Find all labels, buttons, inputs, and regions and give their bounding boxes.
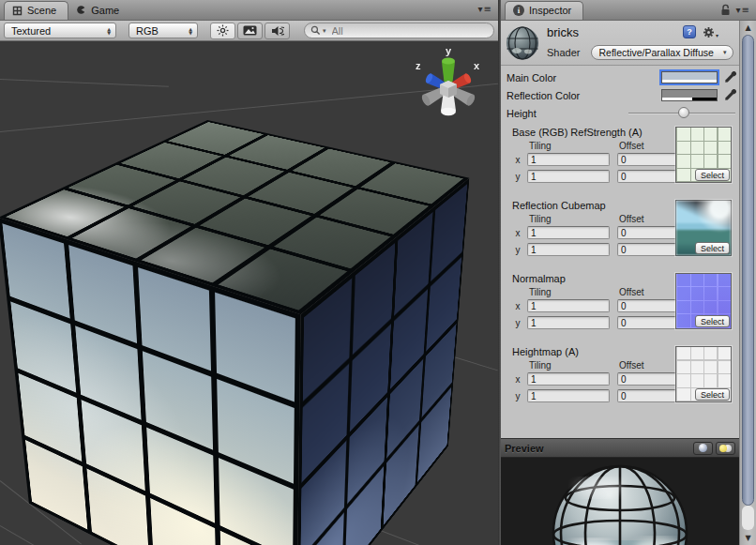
preview-bar[interactable]: Preview bbox=[501, 438, 739, 458]
gear-caret-icon: ▾ bbox=[716, 32, 718, 38]
normalmap-texture-thumbnail[interactable]: Select bbox=[675, 273, 732, 329]
tab-scene-label: Scene bbox=[27, 5, 56, 16]
tiling-header: Tiling bbox=[527, 141, 610, 151]
sphere-icon bbox=[699, 444, 707, 452]
lighting-toggle-button[interactable] bbox=[210, 23, 235, 39]
height-slider[interactable] bbox=[628, 106, 735, 120]
cubemap-texture-thumbnail[interactable]: Select bbox=[675, 200, 732, 256]
reflection-color-eyedropper-icon[interactable] bbox=[724, 89, 736, 101]
scene-toggle-group bbox=[210, 23, 290, 39]
scrollbar-up-button[interactable]: ▲ bbox=[740, 23, 756, 32]
inspector-body: bricks Shader Reflective/Parallax Diffus… bbox=[501, 21, 739, 545]
preview-label: Preview bbox=[505, 443, 544, 454]
scene-search-input[interactable] bbox=[330, 24, 486, 38]
help-button[interactable]: ? bbox=[683, 25, 696, 38]
light-dot-icon bbox=[719, 445, 727, 452]
tab-inspector[interactable]: i Inspector bbox=[505, 1, 583, 20]
effects-toggle-button[interactable] bbox=[237, 23, 263, 39]
normalmap-tiling-y-input[interactable] bbox=[527, 316, 610, 329]
heightmap-select-button[interactable]: Select bbox=[695, 388, 730, 401]
spinner-icon: ▲▼ bbox=[107, 27, 111, 35]
heightmap-tiling-y-input[interactable] bbox=[527, 389, 610, 402]
reflection-color-swatch[interactable] bbox=[661, 89, 718, 101]
gizmo-y-label: y bbox=[446, 45, 452, 56]
texture-section-heightmap: Heightmap (A) TilingOffset x y Select bbox=[507, 343, 736, 404]
inspector-pane-menu-icon[interactable]: ▾≡ bbox=[736, 5, 750, 15]
game-icon bbox=[76, 5, 86, 15]
inspector-pane: i Inspector ▾≡ bricks bbox=[501, 0, 756, 545]
heightmap-tiling-x-input[interactable] bbox=[527, 372, 610, 386]
scene-tabbar: Scene Game ▾≡ bbox=[0, 0, 498, 21]
material-properties: Main Color Reflection Color Height bbox=[501, 66, 739, 404]
preview-shape-button[interactable] bbox=[693, 442, 713, 455]
texture-section-normalmap: Normalmap TilingOffset x y Select bbox=[507, 270, 736, 331]
inspector-scrollbar[interactable]: ▲ ▼ bbox=[739, 21, 756, 545]
shader-value: Reflective/Parallax Diffuse bbox=[598, 47, 713, 58]
orientation-gizmo[interactable]: y x z bbox=[404, 45, 492, 122]
search-icon bbox=[310, 25, 321, 36]
cubemap-tiling-y-input[interactable] bbox=[527, 243, 610, 256]
heightmap-texture-thumbnail[interactable]: Select bbox=[675, 346, 732, 402]
audio-toggle-button[interactable] bbox=[265, 23, 290, 39]
scene-toolbar: Textured ▲▼ RGB ▲▼ ▾ bbox=[0, 21, 498, 41]
normalmap-tiling-x-input[interactable] bbox=[527, 299, 610, 312]
preview-sphere bbox=[501, 458, 739, 545]
cubemap-tiling-x-input[interactable] bbox=[527, 226, 610, 239]
y-axis-label: y bbox=[512, 245, 527, 255]
texture-section-cubemap: Reflection Cubemap TilingOffset x y Sele… bbox=[507, 197, 736, 258]
scrollbar-track[interactable] bbox=[742, 506, 754, 530]
tab-game-label: Game bbox=[91, 5, 119, 16]
sun-icon bbox=[217, 24, 229, 37]
main-color-label: Main Color bbox=[507, 72, 661, 83]
settings-gear-button[interactable]: ▾ bbox=[703, 26, 718, 38]
tab-game[interactable]: Game bbox=[68, 1, 130, 20]
gizmo-x-label: x bbox=[474, 60, 480, 71]
y-axis-label: y bbox=[512, 172, 527, 182]
base-select-button[interactable]: Select bbox=[695, 169, 730, 181]
texture-section-base: Base (RGB) RefStrength (A) TilingOffset … bbox=[507, 124, 736, 185]
render-mode-value: Textured bbox=[11, 25, 51, 37]
grid-line bbox=[0, 525, 57, 545]
material-preview-icon bbox=[505, 24, 540, 62]
spinner-icon: ▲▼ bbox=[189, 27, 192, 35]
tiling-header: Tiling bbox=[527, 287, 610, 297]
scrollbar-down-button[interactable]: ▼ bbox=[740, 534, 756, 542]
channel-dropdown[interactable]: RGB ▲▼ bbox=[129, 23, 198, 38]
grid-line bbox=[0, 79, 169, 87]
main-color-alpha-bar bbox=[662, 80, 717, 83]
info-icon: i bbox=[513, 5, 524, 16]
search-scope-caret-icon[interactable]: ▾ bbox=[323, 27, 326, 35]
base-tiling-x-input[interactable] bbox=[527, 153, 610, 166]
scene-grid-icon bbox=[12, 6, 23, 16]
height-label: Height bbox=[507, 108, 628, 119]
x-axis-label: x bbox=[512, 228, 527, 238]
main-color-eyedropper-icon[interactable] bbox=[724, 71, 736, 83]
y-axis-label: y bbox=[512, 391, 527, 401]
scene-cube[interactable] bbox=[115, 163, 397, 531]
lock-icon[interactable] bbox=[720, 4, 731, 16]
x-axis-label: x bbox=[512, 155, 527, 165]
main-color-swatch[interactable] bbox=[661, 71, 718, 83]
tab-inspector-label: Inspector bbox=[529, 5, 571, 16]
dropdown-caret-icon: ▾ bbox=[723, 49, 727, 56]
scrollbar-thumb[interactable] bbox=[742, 35, 754, 506]
preview-lighting-button[interactable] bbox=[716, 442, 735, 455]
speaker-icon bbox=[271, 25, 284, 37]
scene-viewport[interactable]: y x z bbox=[0, 41, 498, 545]
cubemap-select-button[interactable]: Select bbox=[695, 242, 730, 254]
channel-value: RGB bbox=[136, 25, 159, 37]
shader-label: Shader bbox=[547, 47, 580, 58]
tiling-header: Tiling bbox=[527, 360, 610, 371]
normalmap-select-button[interactable]: Select bbox=[695, 315, 730, 327]
material-preview-area[interactable] bbox=[501, 458, 739, 545]
base-texture-thumbnail[interactable]: Select bbox=[675, 127, 732, 183]
tab-scene[interactable]: Scene bbox=[4, 1, 68, 20]
y-axis-label: y bbox=[512, 318, 527, 328]
scene-pane-menu-icon[interactable]: ▾≡ bbox=[478, 4, 492, 14]
shader-dropdown[interactable]: Reflective/Parallax Diffuse ▾ bbox=[591, 45, 733, 60]
scene-search-field[interactable]: ▾ bbox=[304, 23, 494, 38]
base-tiling-y-input[interactable] bbox=[527, 170, 610, 183]
tiling-header: Tiling bbox=[527, 214, 610, 224]
render-mode-dropdown[interactable]: Textured ▲▼ bbox=[4, 23, 116, 38]
height-slider-thumb[interactable] bbox=[678, 107, 689, 118]
